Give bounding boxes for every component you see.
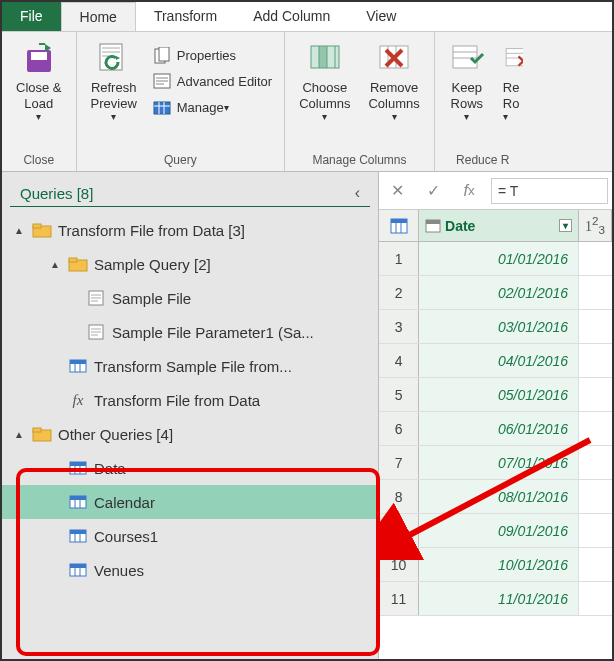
fx-button[interactable]: fx	[455, 177, 483, 205]
remove-columns-button[interactable]: Remove Columns	[362, 36, 425, 127]
cell-date[interactable]: 06/01/2016	[419, 412, 579, 445]
cell-date[interactable]: 07/01/2016	[419, 446, 579, 479]
row-index[interactable]: 9	[379, 514, 419, 547]
svg-rect-27	[70, 530, 86, 534]
tree-item[interactable]: fxTransform File from Data	[2, 383, 378, 417]
table-row[interactable]: 1010/01/2016	[379, 548, 612, 582]
tab-add-column[interactable]: Add Column	[235, 2, 348, 31]
refresh-preview-button[interactable]: Refresh Preview	[85, 36, 143, 127]
commit-formula-button[interactable]: ✓	[419, 177, 447, 205]
column-header-date[interactable]: Date ▾	[419, 210, 579, 241]
formula-input[interactable]: = T	[491, 178, 608, 204]
tree-item[interactable]: Calendar	[2, 485, 378, 519]
row-index[interactable]: 7	[379, 446, 419, 479]
keep-rows-button[interactable]: Keep Rows	[443, 36, 491, 127]
table-row[interactable]: 101/01/2016	[379, 242, 612, 276]
table-row[interactable]: 707/01/2016	[379, 446, 612, 480]
tree-item[interactable]: Venues	[2, 553, 378, 587]
svg-rect-33	[426, 220, 440, 224]
table-row[interactable]: 1111/01/2016	[379, 582, 612, 616]
row-index[interactable]: 11	[379, 582, 419, 615]
tree-item[interactable]: Courses1	[2, 519, 378, 553]
folder-icon	[32, 425, 52, 443]
cell-date[interactable]: 10/01/2016	[419, 548, 579, 581]
expand-icon[interactable]: ▲	[14, 225, 26, 236]
remove-columns-icon	[376, 40, 412, 76]
date-type-icon	[425, 219, 441, 233]
row-index[interactable]: 2	[379, 276, 419, 309]
queries-pane: Queries [8] ‹ ▲Transform File from Data …	[2, 172, 379, 659]
remove-rows-icon	[503, 40, 523, 76]
cell-date[interactable]: 02/01/2016	[419, 276, 579, 309]
column-header-2-type: 123	[585, 214, 605, 236]
table-row[interactable]: 909/01/2016	[379, 514, 612, 548]
manage-icon	[153, 99, 171, 117]
save-icon	[21, 40, 57, 76]
properties-button[interactable]: Properties	[149, 45, 240, 67]
close-load-button[interactable]: Close & Load	[10, 36, 68, 127]
refresh-label: Refresh Preview	[91, 80, 137, 111]
table-row[interactable]: 303/01/2016	[379, 310, 612, 344]
cell-date[interactable]: 11/01/2016	[419, 582, 579, 615]
data-preview-pane: ✕ ✓ fx = T Date ▾ 123	[379, 172, 612, 659]
row-index[interactable]: 10	[379, 548, 419, 581]
table-row[interactable]: 404/01/2016	[379, 344, 612, 378]
cell-date[interactable]: 08/01/2016	[419, 480, 579, 513]
select-all-corner[interactable]	[379, 210, 419, 241]
tree-item[interactable]: ▲Sample Query [2]	[2, 247, 378, 281]
expand-icon[interactable]: ▲	[14, 429, 26, 440]
cell-date[interactable]: 03/01/2016	[419, 310, 579, 343]
tab-transform[interactable]: Transform	[136, 2, 235, 31]
row-index[interactable]: 6	[379, 412, 419, 445]
grid-header: Date ▾ 123	[379, 210, 612, 242]
group-close: Close & Load Close	[2, 32, 77, 171]
choose-columns-button[interactable]: Choose Columns	[293, 36, 356, 127]
cell-date[interactable]: 01/01/2016	[419, 242, 579, 275]
row-index[interactable]: 8	[379, 480, 419, 513]
tab-home[interactable]: Home	[61, 2, 136, 31]
table-row[interactable]: 505/01/2016	[379, 378, 612, 412]
manage-button[interactable]: Manage	[149, 97, 233, 119]
group-query: Refresh Preview Properties Advanced Edit…	[77, 32, 286, 171]
table-row[interactable]: 202/01/2016	[379, 276, 612, 310]
cell-date[interactable]: 05/01/2016	[419, 378, 579, 411]
remove-rows-button[interactable]: Re Ro	[497, 36, 523, 127]
tab-view[interactable]: View	[348, 2, 414, 31]
adv-editor-button[interactable]: Advanced Editor	[149, 71, 276, 93]
tree-item-label: Courses1	[94, 528, 158, 545]
row-index[interactable]: 4	[379, 344, 419, 377]
tree-item-label: Other Queries [4]	[58, 426, 173, 443]
row-index[interactable]: 3	[379, 310, 419, 343]
tree-item-label: Sample Query [2]	[94, 256, 211, 273]
row-index[interactable]: 1	[379, 242, 419, 275]
cell-date[interactable]: 09/01/2016	[419, 514, 579, 547]
svg-rect-8	[319, 46, 327, 68]
svg-rect-21	[33, 428, 41, 432]
cell-date[interactable]: 04/01/2016	[419, 344, 579, 377]
cancel-formula-button[interactable]: ✕	[383, 177, 411, 205]
properties-label: Properties	[177, 48, 236, 63]
tree-item[interactable]: Sample File Parameter1 (Sa...	[2, 315, 378, 349]
table-row[interactable]: 808/01/2016	[379, 480, 612, 514]
tree-item[interactable]: ▲Other Queries [4]	[2, 417, 378, 451]
tree-item-label: Transform File from Data	[94, 392, 260, 409]
tab-file[interactable]: File	[2, 2, 61, 31]
column-filter-icon[interactable]: ▾	[559, 219, 572, 232]
tree-item[interactable]: Sample File	[2, 281, 378, 315]
table-icon	[68, 493, 88, 511]
data-grid: Date ▾ 123 101/01/2016202/01/2016303/01/…	[379, 210, 612, 659]
table-row[interactable]: 606/01/2016	[379, 412, 612, 446]
ribbon-tabs: File Home Transform Add Column View	[2, 2, 612, 32]
tree-item-label: Transform File from Data [3]	[58, 222, 245, 239]
tree-item[interactable]: Transform Sample File from...	[2, 349, 378, 383]
tree-item[interactable]: ▲Transform File from Data [3]	[2, 213, 378, 247]
sheet-icon	[86, 289, 106, 307]
formula-bar: ✕ ✓ fx = T	[379, 172, 612, 210]
column-header-2[interactable]: 123	[579, 210, 612, 241]
tree-item[interactable]: Data	[2, 451, 378, 485]
group-close-label: Close	[23, 153, 54, 169]
expand-icon[interactable]: ▲	[50, 259, 62, 270]
queries-pane-header[interactable]: Queries [8] ‹	[10, 178, 370, 207]
row-index[interactable]: 5	[379, 378, 419, 411]
collapse-icon[interactable]: ‹	[355, 184, 360, 202]
